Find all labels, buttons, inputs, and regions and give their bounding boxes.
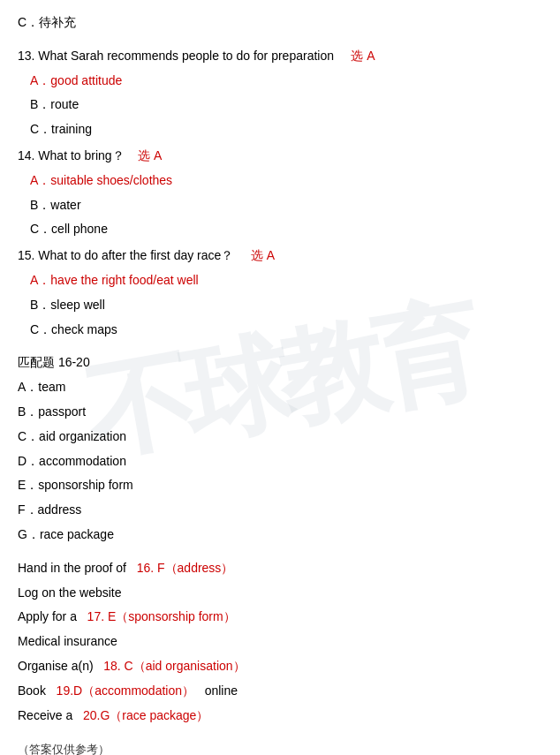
step6-text: Book bbox=[18, 683, 46, 698]
step1-line: Hand in the proof of 16. F（address） bbox=[18, 558, 542, 579]
q13-label: 13. What Sarah recommends people to do f… bbox=[18, 46, 542, 67]
step7-line: Receive a 20.G（race package） bbox=[18, 706, 542, 727]
q13-b: B．route bbox=[30, 94, 542, 116]
step5-answer: 18. C（aid organisation） bbox=[103, 659, 245, 673]
step4-line: Medical insurance bbox=[18, 631, 542, 653]
q14-a: A．suitable shoes/clothes bbox=[30, 170, 542, 192]
step1-answer: 16. F（address） bbox=[137, 561, 234, 575]
step7-answer: 20.G（race package） bbox=[83, 708, 208, 722]
q13-a: A．good attitude bbox=[30, 71, 542, 92]
step3-answer: 17. E（sponsorship form） bbox=[87, 609, 236, 623]
opt-b: B．passport bbox=[18, 402, 542, 423]
q14-text: 14. What to bring？ bbox=[18, 148, 125, 162]
step3-line: Apply for a 17. E（sponsorship form） bbox=[18, 607, 542, 628]
opt-e: E．sponsorship form bbox=[18, 475, 542, 496]
q14-answer: 选 A bbox=[138, 148, 162, 162]
c-option-q12: C．待补充 bbox=[18, 12, 542, 34]
bottom-note: （答案仅供参考） bbox=[18, 742, 542, 755]
step1-text: Hand in the proof of bbox=[18, 561, 126, 575]
step6-answer: 19.D（accommodation） bbox=[57, 683, 194, 698]
step3-text: Apply for a bbox=[18, 609, 77, 623]
opt-c: C．aid organization bbox=[18, 427, 542, 448]
q14-c: C．cell phone bbox=[30, 219, 542, 240]
q15-c: C．check maps bbox=[30, 320, 542, 341]
opt-g: G．race package bbox=[18, 525, 542, 546]
q14-b: B．water bbox=[30, 195, 542, 216]
q14-label: 14. What to bring？ 选 A bbox=[18, 146, 542, 167]
q15-a: A．have the right food/eat well bbox=[30, 270, 542, 291]
q15-answer: 选 A bbox=[251, 248, 275, 262]
q15-label: 15. What to do after the first day race？… bbox=[18, 245, 542, 267]
step5-text: Organise a(n) bbox=[18, 659, 94, 673]
step6-suffix: online bbox=[205, 683, 238, 698]
step6-line: Book 19.D（accommodation） online bbox=[18, 681, 542, 702]
q13-text: 13. What Sarah recommends people to do f… bbox=[18, 49, 334, 63]
q13-answer: 选 A bbox=[351, 49, 375, 63]
opt-f: F．address bbox=[18, 500, 542, 521]
matching-title: 匹配题 16-20 bbox=[18, 352, 542, 374]
opt-a: A．team bbox=[18, 377, 542, 398]
q15-text: 15. What to do after the first day race？ bbox=[18, 248, 233, 262]
opt-d: D．accommodation bbox=[18, 451, 542, 472]
q13-c: C．training bbox=[30, 119, 542, 140]
q15-b: B．sleep well bbox=[30, 295, 542, 316]
step5-line: Organise a(n) 18. C（aid organisation） bbox=[18, 656, 542, 677]
step7-text: Receive a bbox=[18, 708, 72, 722]
step2-line: Log on the website bbox=[18, 583, 542, 604]
